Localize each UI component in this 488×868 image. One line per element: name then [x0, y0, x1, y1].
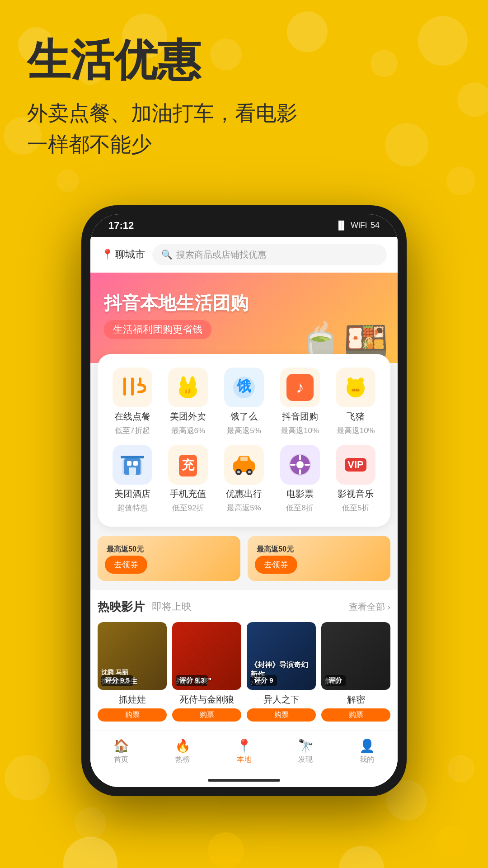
status-bar: 17:12 ▐▌ WiFi 54 — [90, 214, 398, 237]
search-bar[interactable]: 🔍 搜索商品或店铺找优惠 — [152, 244, 387, 265]
svg-point-40 — [356, 389, 357, 391]
svg-point-26 — [190, 376, 195, 384]
nav-item-local[interactable]: 📍 本地 — [236, 738, 252, 764]
service-name-pig: 飞猪 — [347, 411, 365, 422]
status-icons: ▐▌ WiFi 54 — [335, 221, 380, 230]
hot-icon: 🔥 — [175, 738, 191, 753]
svg-text:饿: 饿 — [236, 378, 251, 394]
nav-item-discover[interactable]: 🔭 发现 — [298, 738, 314, 764]
service-desc-douyin: 最高返10% — [281, 425, 319, 436]
svg-point-67 — [63, 837, 117, 868]
location-tag[interactable]: 📍 聊城市 — [101, 248, 145, 261]
wifi-icon: WiFi — [351, 221, 367, 230]
movies-grid: 沈腾 马丽 抓娃娃之生 评分 9.5 抓娃娃 购票 死 — [98, 622, 390, 722]
movies-section: 热映影片 即将上映 查看全部 › 沈腾 马丽 抓娃娃之生 评分 9.5 — [90, 590, 398, 731]
service-icon-car — [224, 445, 264, 485]
movie-name-4: 解密 — [321, 693, 390, 706]
svg-text:充: 充 — [181, 458, 195, 472]
svg-point-41 — [357, 389, 359, 391]
app-header: 📍 聊城市 🔍 搜索商品或店铺找优惠 — [90, 237, 398, 273]
nav-label-hot: 热榜 — [175, 755, 190, 764]
service-item-charge[interactable]: 充 手机充值 低至92折 — [163, 445, 214, 513]
svg-rect-46 — [127, 461, 131, 466]
service-item-hungry[interactable]: 饿 饿了么 最高返5% — [218, 368, 270, 436]
movie-card-3[interactable]: 《封神》导演奇幻新作 7-26 评分 9 异人之下 购票 — [247, 622, 316, 722]
service-item-pig[interactable]: 飞猪 最高返10% — [330, 368, 381, 436]
phone-frame: 17:12 ▐▌ WiFi 54 📍 聊城市 🔍 — [81, 205, 407, 796]
nav-label-profile: 我的 — [360, 755, 374, 764]
nav-item-home[interactable]: 🏠 首页 — [113, 738, 129, 764]
service-desc-hungry: 最高返5% — [227, 425, 261, 436]
service-icon-vip: VIP — [336, 445, 375, 485]
location-pin-icon: 📍 — [101, 249, 113, 260]
coupon-card-2[interactable]: 最高返50元 去领券 — [248, 536, 390, 581]
service-icon-dining — [113, 368, 152, 407]
service-item-dining[interactable]: 在线点餐 低至7折起 — [107, 368, 158, 436]
service-icon-charge: 充 — [168, 445, 208, 485]
service-item-movie[interactable]: 电影票 低至8折 — [274, 445, 326, 513]
nav-item-profile[interactable]: 👤 我的 — [359, 738, 375, 764]
svg-rect-61 — [299, 455, 301, 460]
service-desc-hotel: 超值特惠 — [117, 503, 148, 513]
svg-point-56 — [248, 471, 251, 473]
service-name-movie: 电影票 — [286, 488, 314, 499]
services-grid: 在线点餐 低至7折起 — [107, 368, 381, 513]
service-name-hotel: 美团酒店 — [114, 488, 150, 499]
discover-icon: 🔭 — [298, 738, 314, 753]
svg-point-42 — [347, 377, 353, 383]
service-desc-car: 最高返5% — [227, 503, 261, 513]
local-icon: 📍 — [236, 738, 252, 753]
movie-buy-btn-2[interactable]: 购票 — [172, 708, 241, 722]
svg-point-25 — [181, 376, 186, 384]
movie-rating-3: 评分 9 — [250, 675, 277, 686]
movies-view-all[interactable]: 查看全部 › — [349, 601, 390, 613]
movie-card-1[interactable]: 沈腾 马丽 抓娃娃之生 评分 9.5 抓娃娃 购票 — [98, 622, 167, 722]
signal-icon: ▐▌ — [335, 221, 347, 230]
movie-poster-3: 《封神》导演奇幻新作 7-26 评分 9 — [247, 622, 316, 690]
service-desc-charge: 低至92折 — [172, 503, 204, 513]
svg-point-38 — [352, 389, 354, 391]
service-icon-pig — [336, 368, 375, 407]
nav-label-discover: 发现 — [298, 755, 313, 764]
home-indicator — [90, 774, 398, 787]
svg-rect-24 — [183, 387, 193, 392]
movie-rating-2: 评分 9.3 — [176, 675, 208, 686]
movie-rating-1: 评分 9.5 — [101, 675, 133, 686]
movie-card-4[interactable]: 解密 评分 解密 购票 — [321, 622, 390, 722]
service-item-meituan[interactable]: 美团外卖 最高返6% — [163, 368, 214, 436]
svg-rect-18 — [123, 377, 126, 396]
service-item-hotel[interactable]: 美团酒店 超值特惠 — [107, 445, 158, 513]
service-item-car[interactable]: 优惠出行 最高返5% — [218, 445, 270, 513]
movie-buy-btn-1[interactable]: 购票 — [98, 708, 167, 722]
coupon-btn-2[interactable]: 去领券 — [255, 556, 297, 574]
coupon-btn-1[interactable]: 去领券 — [105, 556, 147, 574]
nav-item-hot[interactable]: 🔥 热榜 — [175, 738, 191, 764]
service-item-douyin[interactable]: ♪ 抖音团购 最高返10% — [274, 368, 326, 436]
service-name-meituan: 美团外卖 — [170, 411, 206, 422]
svg-rect-62 — [299, 469, 301, 475]
service-name-douyin: 抖音团购 — [282, 411, 318, 422]
service-icon-meituan — [168, 368, 208, 407]
coupon-card-1[interactable]: 最高返50元 去领券 — [98, 536, 240, 581]
movie-buy-btn-4[interactable]: 购票 — [321, 708, 390, 722]
banner-subtitle: 生活福利团购更省钱 — [104, 320, 211, 339]
battery-icon: 54 — [371, 221, 380, 230]
hero-subtitle: 外卖点餐、加油打车，看电影 一样都不能少 — [27, 98, 461, 160]
service-icon-movie — [280, 445, 320, 485]
phone-mockup: 17:12 ▐▌ WiFi 54 📍 聊城市 🔍 — [0, 205, 488, 796]
movie-name-1: 抓娃娃 — [98, 693, 167, 706]
svg-point-68 — [208, 832, 244, 868]
movie-buy-btn-3[interactable]: 购票 — [247, 708, 316, 722]
movie-name-3: 异人之下 — [247, 693, 316, 706]
service-item-vip[interactable]: VIP 影视音乐 低至5折 — [330, 445, 381, 513]
promotion-banner[interactable]: 抖音本地生活团购 生活福利团购更省钱 🍵🍱 — [90, 273, 398, 363]
svg-rect-57 — [240, 457, 248, 461]
movie-card-2[interactable]: 死侍"暴爽" 评分 9.3 死侍与金刚狼 购票 — [172, 622, 241, 722]
nav-label-home: 首页 — [114, 755, 128, 764]
service-name-vip: 影视音乐 — [338, 488, 374, 499]
coupons-section: 最高返50元 去领券 最高返50元 去领券 — [98, 536, 390, 581]
service-icon-hotel — [113, 445, 152, 485]
svg-line-28 — [189, 389, 190, 393]
svg-point-43 — [358, 377, 364, 383]
svg-point-39 — [354, 389, 356, 391]
